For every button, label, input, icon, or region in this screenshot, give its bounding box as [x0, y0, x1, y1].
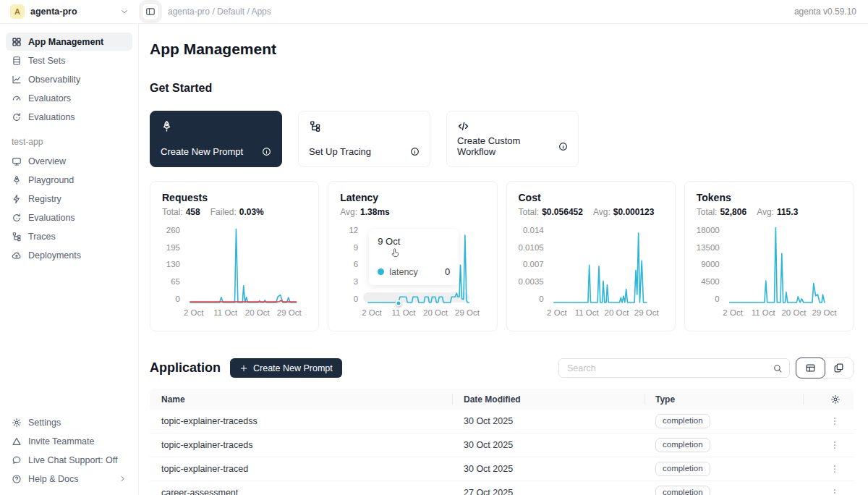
info-icon[interactable] — [262, 147, 271, 156]
column-header-name: Name — [150, 389, 452, 410]
series-requests — [190, 229, 297, 302]
get-started-card-create-custom-workflow[interactable]: Create Custom Workflow — [446, 111, 579, 167]
y-axis: 0.0140.01050.0070.00350 — [519, 227, 550, 303]
chevron-right-icon — [119, 475, 127, 483]
sidebar-item-label: Traces — [28, 232, 56, 242]
metrics-row: RequestsTotal:458Failed:0.03%26019513065… — [150, 181, 854, 331]
sidebar-item-label: Evaluations — [28, 112, 75, 122]
workspace-selector[interactable]: A agenta-pro — [0, 4, 139, 19]
type-tag: completion — [655, 414, 710, 429]
info-icon[interactable] — [410, 147, 420, 156]
sidebar-item-playground[interactable]: Playground — [6, 171, 132, 189]
cost-chart-plot[interactable] — [550, 227, 663, 303]
search-box[interactable] — [558, 358, 790, 378]
metric-stat: Avg:$0.000123 — [593, 207, 655, 217]
tokens-chart-plot[interactable] — [726, 227, 841, 303]
create-new-prompt-label: Create New Prompt — [253, 363, 333, 373]
sidebar-item-label: App Management — [28, 37, 103, 47]
sidebar-item-label: Help & Docs — [28, 474, 78, 484]
rocket-icon — [161, 120, 271, 132]
table-view-button[interactable] — [796, 358, 825, 378]
series-tokens — [729, 228, 824, 302]
row-actions-cell — [803, 488, 854, 495]
sidebar-item-help-docs[interactable]: Help & Docs — [6, 470, 132, 488]
search-input[interactable] — [567, 363, 773, 373]
gear-icon — [12, 418, 22, 428]
get-started-card-label: Create New Prompt — [161, 146, 243, 157]
series-color-dot — [378, 268, 384, 275]
sidebar-item-app-management[interactable]: App Management — [6, 33, 132, 51]
date-modified-cell: 30 Oct 2025 — [452, 416, 644, 426]
type-cell: completion — [644, 486, 803, 495]
metric-card-cost: CostTotal:$0.056452Avg:$0.0001230.0140.0… — [506, 181, 676, 331]
get-started-card-set-up-tracing[interactable]: Set Up Tracing — [298, 111, 430, 167]
sidebar-item-live-chat-support-off[interactable]: Live Chat Support: Off — [6, 451, 132, 469]
grid-icon — [12, 37, 22, 47]
chart-tooltip-value: 0 — [445, 266, 450, 277]
sidebar-item-evaluations[interactable]: Evaluations — [6, 108, 132, 126]
metric-card-requests: RequestsTotal:458Failed:0.03%26019513065… — [150, 181, 319, 331]
app-name-cell: career-assessment — [150, 488, 452, 495]
sidebar-item-evaluators[interactable]: Evaluators — [6, 89, 132, 107]
metric-stat: Avg:1.38ms — [340, 207, 390, 217]
sidebar-item-traces[interactable]: Traces — [6, 227, 132, 245]
create-new-prompt-button[interactable]: Create New Prompt — [230, 358, 342, 378]
view-toggle-group — [796, 358, 854, 378]
chart-tooltip-title: 9 Oct — [378, 236, 450, 247]
info-icon[interactable] — [558, 142, 568, 151]
sidebar-item-observability[interactable]: Observability — [6, 70, 132, 88]
date-modified-cell: 27 Oct 2025 — [452, 488, 644, 495]
sidebar-item-settings[interactable]: Settings — [6, 413, 132, 431]
sidebar-item-overview[interactable]: Overview — [6, 152, 132, 170]
cloud-icon — [12, 250, 22, 261]
get-started-card-create-new-prompt[interactable]: Create New Prompt — [150, 111, 282, 167]
card-view-button[interactable] — [825, 358, 853, 378]
tree-icon — [309, 120, 420, 132]
sidebar-item-label: Live Chat Support: Off — [28, 455, 117, 465]
row-actions-cell — [803, 464, 854, 474]
metric-title: Cost — [519, 192, 663, 203]
sidebar-item-test-sets[interactable]: Test Sets — [6, 51, 132, 69]
metric-title: Requests — [162, 192, 307, 203]
chart-tooltip-row: latency0 — [378, 266, 450, 277]
refresh-icon — [12, 213, 22, 223]
rocket-icon — [12, 175, 22, 185]
sidebar-item-label: Evaluations — [28, 213, 75, 223]
table-row[interactable]: topic-explainer-traceds30 Oct 2025comple… — [150, 433, 854, 457]
sidebar-item-label: Deployments — [28, 250, 81, 261]
requests-chart-plot[interactable] — [187, 227, 307, 303]
application-toolbar — [558, 358, 854, 378]
panel-icon — [145, 7, 156, 17]
series-failed — [190, 300, 297, 302]
get-started-card-footer: Create New Prompt — [161, 146, 271, 157]
column-settings-cell[interactable] — [803, 389, 854, 410]
table-row[interactable]: topic-explainer-traced30 Oct 2025complet… — [150, 457, 854, 481]
sidebar-item-evaluations[interactable]: Evaluations — [6, 208, 132, 227]
table-body: topic-explainer-tracedss30 Oct 2025compl… — [150, 410, 854, 495]
app-version: agenta v0.59.10 — [794, 7, 868, 17]
metric-stat: Total:$0.056452 — [519, 207, 583, 217]
row-menu-icon[interactable] — [830, 464, 840, 474]
row-menu-icon[interactable] — [830, 488, 840, 495]
sidebar-item-label: Invite Teammate — [28, 436, 94, 447]
column-header-type: Type — [644, 389, 803, 410]
sidebar-item-registry[interactable]: Registry — [6, 190, 132, 208]
x-axis: 2 Oct11 Oct20 Oct29 Oct — [365, 303, 485, 316]
card-view-icon — [833, 363, 844, 373]
sidebar-item-label: Evaluators — [28, 93, 71, 103]
application-title: Application — [150, 360, 221, 376]
metric-stats: Total:458Failed:0.03% — [162, 207, 307, 217]
metric-card-tokens: TokensTotal:52,806Avg:115.31800013500900… — [684, 181, 854, 331]
sidebar-item-invite-teammate[interactable]: Invite Teammate — [6, 432, 132, 450]
table-row[interactable]: career-assessment27 Oct 2025completion — [150, 481, 854, 495]
breadcrumb: agenta-pro / Default / Apps — [168, 7, 271, 17]
application-header: Application Create New Prompt — [150, 358, 854, 378]
sidebar-toggle-button[interactable] — [142, 3, 159, 20]
type-cell: completion — [644, 462, 803, 477]
sidebar-item-deployments[interactable]: Deployments — [6, 246, 132, 264]
top-header: A agenta-pro agenta-pro / Default / Apps… — [0, 0, 868, 24]
row-menu-icon[interactable] — [830, 416, 840, 426]
table-row[interactable]: topic-explainer-tracedss30 Oct 2025compl… — [150, 410, 854, 433]
code-icon — [457, 120, 568, 132]
row-menu-icon[interactable] — [830, 440, 840, 450]
